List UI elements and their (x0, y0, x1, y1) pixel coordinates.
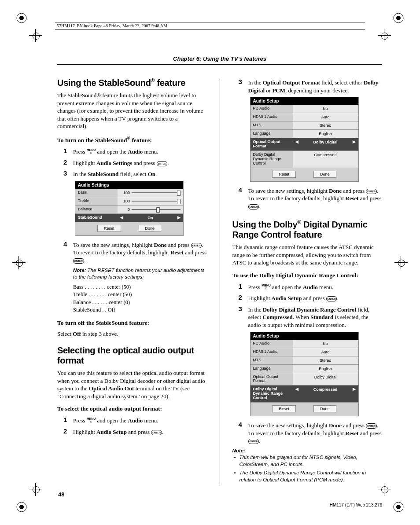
step-2: 2 Highlight Audio Setup and press ENTER. (239, 294, 383, 302)
subhead-use-dolby-drc: To use the Dolby Digital Dynamic Range C… (232, 272, 383, 279)
enter-button-icon: ENTER (151, 430, 162, 435)
note-reset: Note: The RESET function returns your au… (73, 267, 207, 281)
enter-button-icon: ENTER (366, 189, 377, 194)
page-number: 48 (58, 491, 64, 498)
step-3: 3 In the StableSound field, select On. (63, 169, 207, 178)
reset-button: Reset (272, 171, 296, 178)
section-heading-dolby-drc: Using the Dolby® Digital Dynamic Range C… (232, 220, 383, 240)
menu-button-icon: MENU○ (87, 148, 96, 154)
audio-settings-menu: Audio Settings Bass100 Treble100 Balance… (75, 181, 184, 236)
right-arrow-icon: ▶ (353, 140, 356, 144)
subhead-turn-off-stablesound: To turn off the StableSound feature: (57, 319, 207, 327)
step-2: 2 Highlight Audio Settings and press ENT… (63, 158, 207, 167)
enter-button-icon: ENTER (366, 423, 377, 429)
done-button: Done (313, 171, 336, 178)
registration-mark-icon (393, 12, 404, 24)
section-heading-optical-output: Selecting the optical audio output forma… (57, 345, 207, 366)
menu-button-icon: MENU○ (262, 284, 271, 290)
enter-button-icon: ENTER (73, 258, 84, 264)
enter-button-icon: ENTER (157, 161, 168, 166)
step-3: 3 In the Dolby Digital Dynamic Range Con… (239, 305, 383, 329)
crop-mark-icon (12, 256, 26, 269)
audio-setup-menu-optical: Audio Setup PC AudioNo HDMI 1 AudioAuto … (250, 97, 359, 181)
crop-mark-icon (378, 29, 391, 42)
factory-defaults-list: Bass . . . . . . . . center (50) Treble … (73, 283, 207, 314)
done-button: Done (313, 405, 336, 412)
step-4: 4 To save the new settings, highlight Do… (239, 186, 383, 210)
enter-button-icon: ENTER (248, 204, 259, 209)
left-column: Using the StableSound® feature The Stabl… (57, 78, 207, 485)
done-button: Done (139, 225, 162, 232)
step-1: 1 Press MENU○ and open the Audio menu. (239, 283, 383, 291)
enter-button-icon: ENTER (248, 439, 259, 444)
source-file-meta: 57HM117_EN.book Page 48 Friday, March 23… (55, 22, 365, 29)
crop-mark-icon (29, 483, 42, 496)
dolby-intro: This dynamic range control feature cause… (232, 243, 383, 267)
left-arrow-icon: ◀ (120, 215, 123, 220)
left-arrow-icon: ◀ (295, 140, 298, 144)
registration-mark-icon (16, 501, 27, 513)
step-1: 1 Press MENU○ and open the Audio menu. (63, 416, 207, 425)
svg-point-3 (396, 16, 401, 20)
subhead-turn-on-stablesound: To turn on the StableSound® feature: (57, 136, 207, 144)
left-arrow-icon: ◀ (295, 387, 298, 391)
subhead-select-optical: To select the optical audio output forma… (57, 405, 207, 412)
enter-button-icon: ENTER (191, 243, 202, 248)
step-3: 3 In the Optical Output Format field, se… (239, 78, 383, 94)
svg-point-1 (19, 16, 24, 20)
svg-point-7 (396, 505, 401, 509)
menu-button-icon: MENU○ (87, 417, 96, 423)
right-column: 3 In the Optical Output Format field, se… (232, 78, 383, 485)
column-divider (220, 78, 220, 485)
turn-off-instruction: Select Off in step 3 above. (57, 330, 207, 338)
step-4: 4 To save the new settings, highlight Do… (239, 421, 383, 445)
reset-button: Reset (97, 225, 121, 232)
step-4: 4 To save the new settings, highlight Do… (63, 240, 207, 264)
section-heading-stablesound: Using the StableSound® feature (57, 78, 207, 88)
registration-mark-icon (16, 12, 27, 24)
crop-mark-icon (29, 29, 42, 42)
reset-button: Reset (272, 405, 296, 412)
enter-button-icon: ENTER (326, 296, 337, 301)
menu-title: Audio Settings (75, 181, 183, 189)
step-1: 1 Press MENU○ and open the Audio menu. (63, 147, 207, 156)
right-arrow-icon: ▶ (177, 215, 181, 220)
chapter-title: Chapter 6: Using the TV's features (57, 55, 382, 65)
svg-point-5 (19, 505, 24, 509)
optical-intro: You can use this feature to select the o… (57, 369, 207, 400)
intro-paragraph: The StableSound® feature limits the high… (57, 92, 207, 130)
registration-mark-icon (393, 501, 404, 513)
crop-mark-icon (394, 256, 408, 269)
step-2: 2 Highlight Audio Setup and press ENTER. (63, 427, 207, 436)
audio-setup-menu-drc: Audio Setup PC AudioNo HDMI 1 AudioAuto … (250, 332, 359, 416)
right-arrow-icon: ▶ (353, 387, 356, 391)
revision-code: HM117 (E/F) Web 213:276 (330, 503, 382, 507)
note-block: Note: This item will be grayed out for N… (232, 448, 383, 484)
